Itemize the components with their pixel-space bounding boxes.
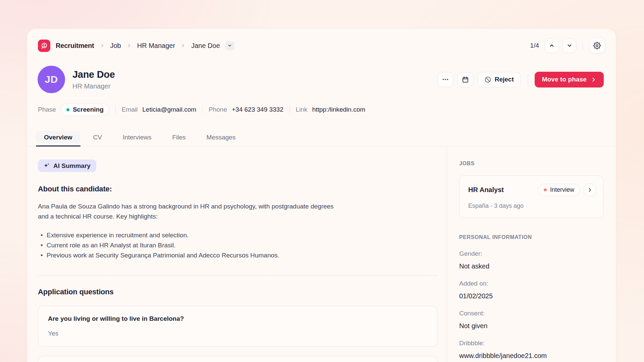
breadcrumb-candidate[interactable]: Jane Doe <box>191 42 220 50</box>
ellipsis-icon <box>442 76 449 83</box>
candidate-name: Jane Doe <box>72 69 115 80</box>
page-count: 1/4 <box>530 42 539 49</box>
chevron-right-icon <box>100 43 105 48</box>
field-label: Gender: <box>459 250 604 257</box>
calendar-icon <box>462 76 469 83</box>
field-label: Consent: <box>459 310 604 317</box>
candidate-dropdown-button[interactable] <box>225 41 234 50</box>
job-meta: España - 3 days ago <box>468 202 596 209</box>
highlight-item: Current role as an HR Analyst at Ituran … <box>38 240 437 250</box>
candidate-profile-panel: Recruitment Job HR Manager Jane Doe 1/4 <box>27 28 616 362</box>
field-value: 01/02/2025 <box>459 292 604 300</box>
field-value[interactable]: www.dribbble/janedoe21.com <box>459 352 604 360</box>
email-value[interactable]: Leticia@gmail.com <box>142 106 196 113</box>
tab-messages[interactable]: Messages <box>199 130 244 146</box>
chevron-up-icon <box>549 43 555 49</box>
section-divider <box>38 275 437 276</box>
tab-cv[interactable]: CV <box>85 130 110 146</box>
overview-panel: AI Summary About this candidate: Ana Pau… <box>27 146 447 362</box>
question-card: What are your salary expectations? <box>38 356 437 362</box>
pager-controls: 1/4 <box>530 38 605 54</box>
candidate-identity: JD Jane Doe HR Manager <box>38 66 115 93</box>
question-answer: Yes <box>48 330 427 337</box>
divider <box>528 75 528 84</box>
personal-field: Dribbble: www.dribbble/janedoe21.com <box>459 340 604 360</box>
candidate-header: JD Jane Doe HR Manager Reject <box>27 54 616 93</box>
open-job-button[interactable] <box>584 184 596 196</box>
divider <box>202 106 203 114</box>
question-text: Are you living or willing to live in Bar… <box>48 315 427 322</box>
chevron-right-icon <box>126 43 132 48</box>
divider <box>115 106 116 114</box>
candidate-info-row: Phase Screening Email Leticia@gmail.com … <box>27 93 616 116</box>
breadcrumb-app[interactable]: Recruitment <box>56 42 94 50</box>
tab-bar: Overview CV Interviews Files Messages <box>27 116 616 146</box>
avatar: JD <box>38 66 65 93</box>
recruitment-logo-icon[interactable] <box>38 40 50 52</box>
jobs-section-title: JOBS <box>459 161 604 167</box>
field-value: Not given <box>459 322 604 330</box>
chevron-right-icon <box>587 187 592 192</box>
phase-status-dot <box>66 108 69 111</box>
schedule-button[interactable] <box>458 72 473 87</box>
phone-value[interactable]: +34 623 349 3332 <box>232 106 283 113</box>
tab-overview[interactable]: Overview <box>36 130 80 146</box>
candidate-role: HR Manager <box>72 82 115 90</box>
breadcrumb: Recruitment Job HR Manager Jane Doe <box>38 40 234 52</box>
phase-label: Phase <box>38 106 56 113</box>
next-candidate-button[interactable] <box>562 39 577 53</box>
breadcrumb-position[interactable]: HR Manager <box>137 42 175 50</box>
gear-icon <box>593 42 601 49</box>
link-label: Link <box>296 106 308 113</box>
phase-badge[interactable]: Screening <box>61 103 109 116</box>
job-title: HR Analyst <box>468 186 504 194</box>
field-value: Not asked <box>459 262 604 270</box>
highlight-item: Extensive experience in recruitment and … <box>38 230 437 240</box>
tab-interviews[interactable]: Interviews <box>115 130 160 146</box>
field-label: Dribbble: <box>459 340 604 347</box>
link-value[interactable]: httpp:/linkedin.com <box>312 106 365 113</box>
personal-field: Gender: Not asked <box>459 250 604 270</box>
tab-files[interactable]: Files <box>164 130 194 146</box>
about-text: Ana Paula de Souza Galindo has a strong … <box>38 201 343 222</box>
personal-field: Consent: Not given <box>459 310 604 330</box>
field-label: Added on: <box>459 280 604 287</box>
divider <box>583 41 583 50</box>
chevron-right-icon <box>591 77 596 82</box>
job-card[interactable]: HR Analyst Interview España - 3 days ago <box>459 175 604 218</box>
job-status-dot <box>544 188 547 191</box>
application-questions-title: Application questions <box>38 288 437 296</box>
chevron-right-icon <box>180 43 186 48</box>
breadcrumb-job[interactable]: Job <box>110 42 121 50</box>
chevron-down-icon <box>567 43 573 49</box>
ban-icon <box>484 76 491 83</box>
ai-summary-badge[interactable]: AI Summary <box>38 160 96 172</box>
sparkles-icon <box>44 163 50 169</box>
divider <box>289 106 290 114</box>
personal-field: Added on: 01/02/2025 <box>459 280 604 300</box>
phone-label: Phone <box>209 106 227 113</box>
email-label: Email <box>122 106 138 113</box>
about-title: About this candidate: <box>38 185 437 193</box>
settings-button[interactable] <box>589 38 605 54</box>
question-card: Are you living or willing to live in Bar… <box>38 306 437 347</box>
right-sidebar: JOBS HR Analyst Interview España - 3 d <box>447 146 616 362</box>
highlight-list: Extensive experience in recruitment and … <box>38 230 437 260</box>
highlight-item: Previous work at Security Segurança Patr… <box>38 250 437 260</box>
top-bar: Recruitment Job HR Manager Jane Doe 1/4 <box>27 29 616 54</box>
job-status-badge: Interview <box>538 184 580 196</box>
reject-button[interactable]: Reject <box>477 72 521 87</box>
personal-info-title: PERSONAL INFORMATION <box>459 234 604 240</box>
previous-candidate-button[interactable] <box>544 39 559 53</box>
more-options-button[interactable] <box>437 72 453 87</box>
header-actions: Reject Move to phase <box>437 72 604 87</box>
move-to-phase-button[interactable]: Move to phase <box>535 72 604 87</box>
